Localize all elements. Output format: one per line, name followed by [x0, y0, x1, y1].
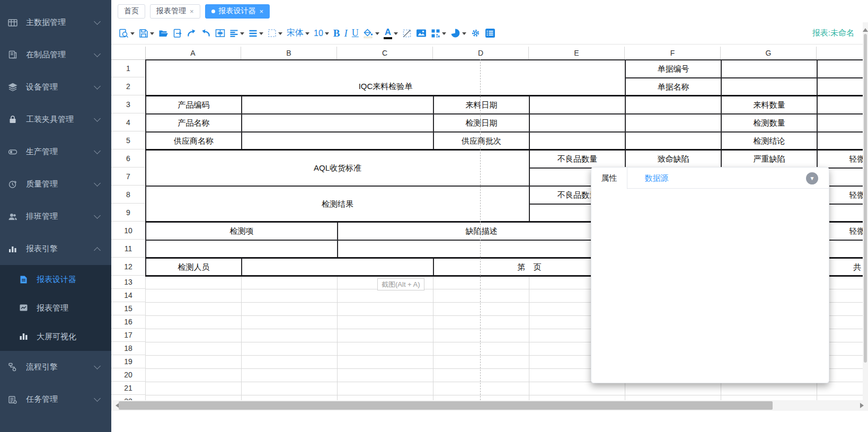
row-header-17[interactable]: 17 [111, 329, 145, 342]
sidebar-item-production[interactable]: 生产管理 [0, 136, 111, 168]
sidebar-item-equipment[interactable]: 设备管理 [0, 71, 111, 103]
tab-home[interactable]: 首页 [118, 4, 145, 19]
export-button[interactable] [171, 28, 184, 39]
cell-H1[interactable] [817, 59, 863, 78]
sidebar-item-report-engine[interactable]: 报表引擎 [0, 233, 111, 265]
cell-G4[interactable]: 检测数量 [721, 113, 818, 133]
sidebar-item-master-data[interactable]: 主数据管理 [0, 6, 111, 39]
cell-B12C12[interactable] [241, 258, 434, 277]
cell-F1[interactable]: 单据编号 [625, 59, 722, 78]
row-header-4[interactable]: 4 [111, 113, 145, 131]
cell-H4[interactable] [817, 113, 863, 133]
row-header-13[interactable]: 13 [111, 276, 145, 289]
sidebar-item-wip[interactable]: 在制品管理 [0, 39, 111, 71]
row-header-21[interactable]: 21 [111, 382, 145, 395]
cell-result[interactable]: 检测结果 [145, 186, 530, 223]
preview-button[interactable] [117, 28, 137, 39]
cell-C11E11[interactable] [337, 240, 626, 259]
scroll-right-icon[interactable] [860, 403, 866, 408]
line-height-button[interactable] [246, 29, 265, 38]
row-header-15[interactable]: 15 [111, 302, 145, 315]
row-header-2[interactable]: 2 [111, 77, 145, 95]
undo-button[interactable] [199, 28, 213, 39]
row-header-11[interactable]: 11 [111, 240, 145, 258]
cell-H6[interactable]: 轻微缺陷 [817, 149, 863, 169]
sidebar-item-quality[interactable]: 质量管理 [0, 168, 111, 200]
col-header-E[interactable]: E [529, 47, 625, 59]
tab-properties[interactable]: 属性 [591, 167, 627, 189]
cell-E4[interactable] [529, 113, 626, 133]
row-header-19[interactable]: 19 [111, 355, 145, 368]
row-header-12[interactable]: 12 [111, 258, 145, 276]
close-icon[interactable]: × [260, 7, 264, 15]
cell-F5[interactable] [625, 131, 722, 151]
font-size-select[interactable]: 10 [312, 28, 331, 39]
cell-F3[interactable] [625, 95, 722, 114]
borders-button[interactable] [265, 28, 285, 39]
row-header-22[interactable]: 22 [111, 395, 145, 400]
close-icon[interactable]: × [190, 7, 194, 15]
cell-B3C3[interactable] [241, 95, 434, 114]
cell-A5[interactable]: 供应商名称 [145, 131, 242, 151]
cell-H3[interactable] [817, 95, 863, 114]
cell-E5[interactable] [529, 131, 626, 151]
row-header-16[interactable]: 16 [111, 315, 145, 329]
chart-button[interactable] [448, 27, 468, 39]
cell-A3[interactable]: 产品编码 [145, 95, 242, 114]
row-header-20[interactable]: 20 [111, 368, 145, 382]
cell-G5[interactable]: 检测结论 [721, 131, 818, 151]
horizontal-scrollbar[interactable] [111, 400, 868, 411]
cell-AQL[interactable]: AQL收货标准 [145, 149, 530, 187]
panel-collapse-button[interactable]: ▼ [806, 172, 818, 184]
cell-A10B10[interactable]: 检测项 [145, 222, 338, 241]
cell-A11B11[interactable] [145, 240, 338, 259]
unmerge-cells-button[interactable] [400, 28, 414, 39]
sidebar-item-tooling[interactable]: 工装夹具管理 [0, 103, 111, 136]
cell-G2[interactable] [721, 77, 818, 96]
cell-G1[interactable] [721, 59, 818, 78]
cell-F2[interactable]: 单据名称 [625, 77, 722, 96]
panel-toggle-button[interactable] [483, 27, 498, 39]
row-header-18[interactable]: 18 [111, 342, 145, 355]
horizontal-scroll-thumb[interactable] [119, 401, 773, 410]
row-header-7[interactable]: 7 [111, 167, 145, 186]
row-header-9[interactable]: 9 [111, 204, 145, 222]
row-header-1[interactable]: 1 [111, 59, 145, 77]
tab-datasource[interactable]: 数据源 [627, 167, 686, 189]
save-button[interactable] [137, 28, 156, 39]
col-header-F[interactable]: F [625, 47, 721, 59]
font-family-select[interactable]: 宋体 [285, 27, 312, 40]
row-header-6[interactable]: 6 [111, 149, 145, 167]
cell-B4C4[interactable] [241, 113, 434, 133]
qr-code-button[interactable] [429, 28, 448, 39]
sidebar-item-report-manage[interactable]: 报表管理 [0, 294, 111, 322]
cell-F6[interactable]: 致命缺陷 [625, 149, 722, 169]
underline-button[interactable]: U [350, 27, 361, 40]
bold-button[interactable]: B [331, 27, 342, 40]
insert-image-button[interactable] [414, 28, 429, 39]
row-header-10[interactable]: 10 [111, 222, 145, 240]
row-header-3[interactable]: 3 [111, 95, 145, 113]
cell-A4[interactable]: 产品名称 [145, 113, 242, 133]
cell-C10E10[interactable]: 缺陷描述 [337, 222, 626, 241]
cell-G6[interactable]: 严重缺陷 [721, 149, 818, 169]
merge-cells-button[interactable] [213, 28, 227, 39]
col-header-H[interactable] [817, 47, 863, 59]
row-header-8[interactable]: 8 [111, 186, 145, 204]
cell-E3[interactable] [529, 95, 626, 114]
vertical-scrollbar[interactable] [863, 22, 868, 400]
cell-H5[interactable] [817, 131, 863, 151]
cell-D3[interactable]: 来料日期 [433, 95, 530, 114]
cell-G3[interactable]: 来料数量 [721, 95, 818, 114]
cell-title[interactable]: IQC来料检验单 [145, 59, 626, 96]
vertical-scroll-thumb[interactable] [864, 34, 867, 363]
col-header-D[interactable]: D [433, 47, 529, 59]
col-header-B[interactable]: B [241, 47, 337, 59]
col-header-A[interactable]: A [145, 47, 241, 59]
tab-report-manage[interactable]: 报表管理 × [150, 4, 200, 19]
settings-button[interactable] [468, 27, 483, 39]
open-button[interactable] [156, 28, 171, 39]
cell-F4[interactable] [625, 113, 722, 133]
sidebar-item-scheduling[interactable]: 排班管理 [0, 200, 111, 233]
row-header-14[interactable]: 14 [111, 289, 145, 302]
